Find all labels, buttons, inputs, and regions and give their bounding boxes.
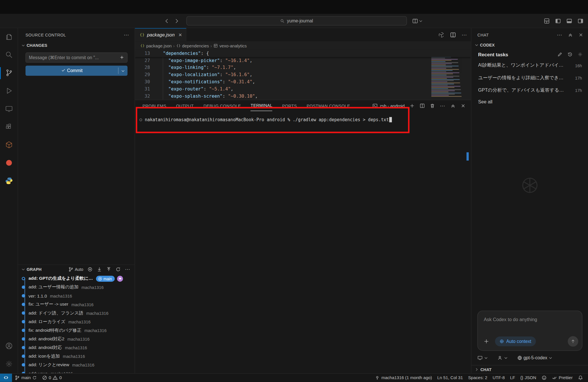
commit-row[interactable]: fix: android特有のバグ修正macha1316 bbox=[18, 326, 135, 335]
target-icon[interactable] bbox=[87, 267, 92, 272]
panel-tab-debug-console[interactable]: DEBUG CONSOLE bbox=[204, 100, 241, 111]
attach-button[interactable] bbox=[481, 337, 491, 346]
new-task-icon[interactable] bbox=[557, 52, 562, 57]
commit-row[interactable]: add: ローカライズmacha1316 bbox=[18, 317, 135, 326]
environment-selector[interactable] bbox=[477, 355, 488, 360]
scrollbar-thumb[interactable] bbox=[467, 152, 469, 161]
codex-section-header[interactable]: CODEX bbox=[471, 41, 588, 49]
push-icon[interactable] bbox=[106, 267, 111, 272]
notifications-bell-icon[interactable] bbox=[575, 374, 586, 382]
containers-extension-icon[interactable] bbox=[0, 136, 18, 154]
graph-section-header[interactable]: GRAPH Auto ⋯ bbox=[18, 266, 135, 273]
code-line[interactable]: 13 "dependencies": { bbox=[135, 50, 471, 57]
split-editor-icon[interactable] bbox=[450, 32, 456, 38]
commit-row[interactable]: ver: 1.1.0macha1316 bbox=[18, 292, 135, 300]
commit-row[interactable]: add: ドイツ語、フランス語macha1316 bbox=[18, 309, 135, 317]
commit-message-input[interactable] bbox=[26, 53, 127, 63]
breadcrumb-item-vexo-analytics[interactable]: vexo-analytics bbox=[213, 43, 247, 48]
gradle-extension-icon[interactable] bbox=[0, 154, 18, 172]
commit-row[interactable]: add: リンクとreviewmacha1316 bbox=[18, 360, 135, 369]
branch-status-item[interactable]: main bbox=[12, 374, 39, 382]
panel-tab-postman-console[interactable]: POSTMAN CONSOLE bbox=[307, 100, 350, 111]
panel-tab-ports[interactable]: PORTS bbox=[282, 100, 297, 111]
panel-tab-output[interactable]: OUTPUT bbox=[176, 100, 194, 111]
sticky-scroll-line[interactable]: 13 "dependencies": { bbox=[135, 50, 471, 57]
run-debug-icon[interactable] bbox=[0, 82, 18, 100]
code-line[interactable]: 31 "expo-router": "~5.1.4", bbox=[135, 86, 471, 93]
refresh-icon[interactable] bbox=[115, 267, 121, 272]
tab-package-json[interactable]: package.json ✕ bbox=[135, 28, 186, 41]
commit-row[interactable]: add: android対応macha1316 bbox=[18, 343, 135, 352]
tab-close-icon[interactable]: ✕ bbox=[178, 32, 182, 37]
breadcrumb-item-dependencies[interactable]: dependencies bbox=[176, 43, 209, 48]
auto-context-button[interactable]: Auto context bbox=[495, 337, 536, 346]
send-button[interactable] bbox=[568, 336, 578, 347]
commit-button[interactable]: Commit bbox=[26, 66, 127, 76]
nav-forward-icon[interactable] bbox=[174, 18, 180, 24]
remote-indicator[interactable] bbox=[0, 374, 12, 382]
cursor-position-item[interactable]: Ln 51, Col 31 bbox=[435, 374, 466, 382]
nav-back-icon[interactable] bbox=[164, 18, 170, 24]
generate-commit-message-icon[interactable] bbox=[119, 55, 124, 60]
remote-explorer-icon[interactable] bbox=[0, 100, 18, 118]
extensions-icon[interactable] bbox=[0, 118, 18, 136]
encoding-item[interactable]: UTF-8 bbox=[490, 374, 508, 382]
commit-row[interactable]: fix: ユーザー -> usermacha1316 bbox=[18, 300, 135, 309]
chat-close-icon[interactable] bbox=[578, 32, 583, 37]
chat-input-box[interactable]: Ask Codex to do anything Auto context bbox=[477, 310, 583, 351]
code-line[interactable]: 28 "expo-linking": "~7.1.7", bbox=[135, 64, 471, 71]
explorer-icon[interactable] bbox=[0, 28, 18, 46]
toggle-sidebar-icon[interactable] bbox=[555, 18, 561, 24]
task-list-item[interactable]: AI診断結果と、ワンポイントアドバイ…16h bbox=[471, 59, 588, 72]
search-sidebar-icon[interactable] bbox=[0, 46, 18, 64]
problems-status-item[interactable]: 0 0 bbox=[39, 374, 64, 382]
git-blame-item[interactable]: macha1316 (1 month ago) bbox=[372, 374, 435, 382]
python-extension-icon[interactable] bbox=[0, 172, 18, 190]
code-line[interactable]: 27 "expo-image-picker": "~16.1.4", bbox=[135, 57, 471, 64]
agent-selector[interactable] bbox=[497, 355, 508, 360]
toggle-panel-icon[interactable] bbox=[566, 18, 572, 24]
chat-more-actions-icon[interactable]: ⋯ bbox=[557, 32, 563, 38]
task-list-item[interactable]: GPTの分析で、アドバイスも返答する…17h bbox=[471, 84, 588, 97]
terminal-output[interactable]: nakatanihiromasa@nakatanihiromasanoMacBo… bbox=[140, 117, 392, 122]
terminal-more-actions-icon[interactable]: ⋯ bbox=[440, 103, 446, 109]
chat-maximize-icon[interactable] bbox=[568, 32, 573, 37]
code-line[interactable]: 29 "expo-localization": "~16.1.6", bbox=[135, 71, 471, 78]
commit-row[interactable]: add: iconを追加macha1316 bbox=[18, 352, 135, 360]
panel-tab-terminal[interactable]: TERMINAL bbox=[251, 100, 272, 111]
codex-settings-icon[interactable] bbox=[577, 52, 583, 57]
pull-icon[interactable] bbox=[97, 267, 102, 272]
commit-row[interactable]: add: android対応2macha1316 bbox=[18, 335, 135, 343]
customize-layout-icon[interactable] bbox=[544, 18, 550, 24]
commit-dropdown-button[interactable] bbox=[119, 68, 127, 73]
editor-layout-dropdown[interactable] bbox=[412, 18, 423, 24]
branch-badge-main[interactable]: main bbox=[96, 275, 115, 281]
code-line[interactable]: 30 "expo-notifications": "~0.31.4", bbox=[135, 78, 471, 86]
formatter-item[interactable]: Prettier bbox=[549, 374, 575, 382]
code-line[interactable]: 32 "expo-splash-screen": "~0.30.10", bbox=[135, 93, 471, 100]
split-terminal-icon[interactable] bbox=[420, 103, 425, 108]
command-center-search[interactable]: yume-journal bbox=[186, 16, 407, 26]
code-editor[interactable]: 13 "dependencies": { 27 "expo-image-pick… bbox=[135, 50, 471, 100]
extension-status-icon[interactable] bbox=[539, 374, 550, 382]
changes-section-header[interactable]: CHANGES bbox=[18, 41, 135, 50]
terminal-instance-selector[interactable]: zsh - android bbox=[372, 103, 405, 108]
model-selector[interactable]: gpt-5-codex bbox=[517, 355, 553, 360]
commit-row[interactable]: add: vexomacha1316 bbox=[18, 369, 135, 373]
panel-tab-problems[interactable]: PROBLEMS bbox=[142, 100, 166, 111]
indentation-item[interactable]: Spaces: 2 bbox=[465, 374, 490, 382]
task-list-item[interactable]: ユーザーの情報をより詳細に入察でき…17h bbox=[471, 72, 588, 84]
minimap[interactable] bbox=[431, 51, 466, 99]
more-actions-icon[interactable]: ⋯ bbox=[124, 32, 129, 38]
source-control-icon[interactable] bbox=[0, 64, 18, 82]
eol-item[interactable]: LF bbox=[507, 374, 518, 382]
maximize-panel-icon[interactable] bbox=[450, 103, 456, 108]
chatgpt-icon[interactable] bbox=[438, 32, 444, 38]
settings-gear-icon[interactable] bbox=[0, 355, 18, 373]
close-panel-icon[interactable] bbox=[461, 103, 466, 108]
graph-branch-picker[interactable]: Auto bbox=[68, 267, 83, 272]
new-terminal-icon[interactable] bbox=[409, 103, 415, 108]
commit-row[interactable]: add: GPTの生成をより柔軟に…main bbox=[18, 274, 135, 283]
language-mode-item[interactable]: {} JSON bbox=[518, 374, 539, 382]
commit-row[interactable]: add: ユーザー情報の追加macha1316 bbox=[18, 283, 135, 292]
